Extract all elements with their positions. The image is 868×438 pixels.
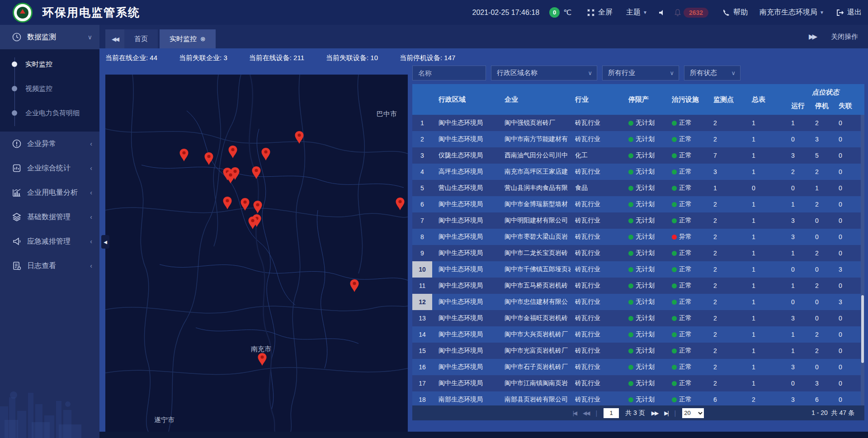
map-pin-icon[interactable] bbox=[179, 148, 189, 162]
chevron-down-icon: ∨ bbox=[670, 70, 674, 76]
page-number-input[interactable] bbox=[604, 408, 619, 418]
map-pin-icon[interactable] bbox=[251, 166, 261, 179]
status-dot-icon bbox=[672, 235, 677, 240]
sidebar-section-2[interactable]: 企业综合统计‹ bbox=[0, 156, 99, 180]
cell-meters: 1 bbox=[746, 115, 787, 131]
cell-meters: 1 bbox=[746, 326, 787, 343]
sidebar-section-0[interactable]: 数据监测∨ bbox=[0, 25, 99, 49]
table-row[interactable]: 16阆中生态环境局阆中市石子页岩机砖厂砖瓦行业无计划正常21300 bbox=[412, 359, 864, 375]
cell-points: 7 bbox=[706, 147, 746, 164]
cell-rownum: 8 bbox=[412, 229, 432, 245]
first-page-button[interactable]: |◀ bbox=[573, 410, 576, 416]
table-row[interactable]: 4高坪生态环境局南充市高坪区王家店建砖瓦行业无计划正常31220 bbox=[412, 164, 864, 180]
map-pin-icon[interactable] bbox=[395, 197, 405, 211]
cell-facility: 正常 bbox=[667, 261, 706, 278]
table-row[interactable]: 14阆中生态环境局阆中市大兴页岩机砖厂砖瓦行业无计划正常21120 bbox=[412, 326, 864, 343]
cell-facility: 正常 bbox=[667, 278, 706, 294]
name-filter-input[interactable] bbox=[412, 66, 486, 80]
tab-0[interactable]: 首页 bbox=[124, 29, 158, 48]
status-dot-icon bbox=[672, 170, 677, 174]
map-pin-icon[interactable] bbox=[204, 152, 214, 165]
chevron-down-icon: ▼ bbox=[820, 10, 824, 15]
table-row[interactable]: 13阆中生态环境局阆中市金福旺页岩机砖砖瓦行业无计划正常21300 bbox=[412, 310, 864, 326]
last-page-button[interactable]: ▶| bbox=[664, 410, 668, 416]
map-pin-icon[interactable] bbox=[294, 131, 304, 144]
mute-button[interactable] bbox=[658, 9, 666, 17]
cell-facility: 正常 bbox=[667, 196, 706, 212]
cell-meters: 1 bbox=[746, 164, 787, 180]
table-row[interactable]: 7阆中生态环境局阆中明阳建材有限公司砖瓦行业无计划正常21300 bbox=[412, 212, 864, 229]
region-filter-select[interactable]: 行政区域名称∨ bbox=[491, 66, 597, 80]
sidebar-item-0[interactable]: 实时监控 bbox=[0, 52, 99, 76]
map-pin-icon[interactable] bbox=[261, 147, 271, 161]
map-canvas[interactable]: 巴中市南充市遂宁市 bbox=[105, 75, 408, 432]
cell-offline: 0 bbox=[835, 391, 864, 405]
tabs-scroll-left-button[interactable]: ◀◀ bbox=[105, 29, 124, 48]
bottom-strip bbox=[99, 432, 868, 438]
cell-industry: 砖瓦行业 bbox=[571, 261, 625, 278]
layers-icon bbox=[12, 212, 22, 222]
table-row[interactable]: 12阆中生态环境局阆中市忠信建材有限公砖瓦行业无计划正常21003 bbox=[412, 294, 864, 310]
prev-page-button[interactable]: ◀◀ bbox=[583, 410, 589, 416]
cell-industry: 砖瓦行业 bbox=[571, 229, 625, 245]
status-filter-select[interactable]: 所有状态∨ bbox=[684, 66, 741, 80]
fullscreen-button[interactable]: 全屏 bbox=[587, 8, 613, 17]
cell-rownum: 5 bbox=[412, 180, 432, 196]
map-pin-icon[interactable] bbox=[248, 216, 258, 230]
table-row[interactable]: 15阆中生态环境局阆中市光富页岩机砖厂砖瓦行业无计划正常21120 bbox=[412, 343, 864, 359]
map-pin-icon[interactable] bbox=[222, 196, 232, 210]
sidebar-section-3[interactable]: 企业用电量分析‹ bbox=[0, 180, 99, 205]
logout-button[interactable]: 退出 bbox=[836, 8, 862, 17]
cell-points: 3 bbox=[706, 164, 746, 180]
table-row[interactable]: 5营山生态环境局营山县润丰肉食品有限食品无计划正常10010 bbox=[412, 180, 864, 196]
table-row[interactable]: 10阆中生态环境局阆中市千佛镇五郎垭页岩砖瓦行业无计划正常21003 bbox=[412, 261, 864, 278]
table-scrollbar[interactable] bbox=[861, 115, 864, 405]
cell-limit: 无计划 bbox=[625, 131, 667, 147]
close-operations-button[interactable]: 关闭操作 bbox=[831, 33, 858, 41]
status-dot-icon bbox=[628, 381, 633, 386]
map-pin-icon[interactable] bbox=[253, 200, 263, 214]
col-industry: 行业 bbox=[571, 84, 625, 115]
sidebar-section-1[interactable]: 企业异常‹ bbox=[0, 132, 99, 156]
table-row[interactable]: 18南部生态环境局南部县页岩砖有限公司砖瓦行业无计划正常62360 bbox=[412, 391, 864, 405]
table-row[interactable]: 2阆中生态环境局阆中市南方节能建材有砖瓦行业无计划正常21030 bbox=[412, 131, 864, 147]
page-size-select[interactable]: 20 bbox=[682, 408, 704, 418]
sidebar-item-2[interactable]: 企业电力负荷明细 bbox=[0, 101, 99, 125]
notification-badge[interactable]: 2632 bbox=[684, 8, 708, 18]
map-pin-icon[interactable] bbox=[240, 198, 250, 211]
cell-region: 阆中生态环境局 bbox=[432, 375, 493, 391]
cell-limit: 无计划 bbox=[625, 391, 667, 405]
theme-menu[interactable]: 主题▼ bbox=[626, 8, 647, 17]
table-row[interactable]: 17阆中生态环境局阆中市江南镇阆南页岩砖瓦行业无计划正常21030 bbox=[412, 375, 864, 391]
next-page-button[interactable]: ▶▶ bbox=[651, 410, 658, 416]
map-pin-icon[interactable] bbox=[349, 279, 359, 292]
table-row[interactable]: 9阆中生态环境局阆中市二龙长宝页岩砖砖瓦行业无计划正常21120 bbox=[412, 245, 864, 261]
cell-industry: 砖瓦行业 bbox=[571, 115, 625, 131]
close-icon[interactable]: ⊗ bbox=[200, 35, 206, 42]
map-pin-icon[interactable] bbox=[257, 353, 267, 366]
scrollbar-thumb[interactable] bbox=[861, 295, 864, 363]
tabs-scroll-right-button[interactable]: ▶▶ bbox=[809, 33, 816, 41]
status-bar: 当前在线企业: 44当前失联企业: 3当前在线设备: 211当前失联设备: 10… bbox=[105, 51, 860, 65]
chevron-left-icon: ‹ bbox=[90, 213, 92, 221]
map-pin-icon[interactable] bbox=[228, 145, 238, 159]
sidebar-section-6[interactable]: 日志查看‹ bbox=[0, 254, 99, 278]
tab-1[interactable]: 实时监控⊗ bbox=[160, 29, 216, 48]
cell-rownum: 12 bbox=[412, 294, 432, 310]
cell-limit: 无计划 bbox=[625, 278, 667, 294]
table-row[interactable]: 8阆中生态环境局阆中市枣碧大梁山页岩砖瓦行业无计划异常21300 bbox=[412, 229, 864, 245]
user-org-menu[interactable]: 南充市生态环境局▼ bbox=[760, 8, 824, 17]
table-row[interactable]: 3仪陇生态环境局西南油气田分公司川中化工无计划正常71350 bbox=[412, 147, 864, 164]
map-pin-icon[interactable] bbox=[226, 170, 236, 184]
sidebar-section-5[interactable]: 应急减排管理‹ bbox=[0, 229, 99, 254]
sidebar-item-1[interactable]: 视频监控 bbox=[0, 76, 99, 101]
cell-industry: 砖瓦行业 bbox=[571, 326, 625, 343]
industry-filter-select[interactable]: 所有行业∨ bbox=[602, 66, 679, 80]
map-collapse-button[interactable]: ◀ bbox=[101, 235, 109, 249]
table-row[interactable]: 11阆中生态环境局阆中市五马桥页岩机砖砖瓦行业无计划正常21120 bbox=[412, 278, 864, 294]
help-button[interactable]: 帮助 bbox=[722, 8, 748, 17]
table-row[interactable]: 1阆中生态环境局阆中强锐页岩砖厂砖瓦行业无计划正常21120 bbox=[412, 115, 864, 131]
sidebar-section-label: 企业异常 bbox=[27, 139, 56, 149]
sidebar-section-4[interactable]: 基础数据管理‹ bbox=[0, 205, 99, 229]
table-row[interactable]: 6阆中生态环境局阆中市金博瑞新型墙材砖瓦行业无计划正常21120 bbox=[412, 196, 864, 212]
